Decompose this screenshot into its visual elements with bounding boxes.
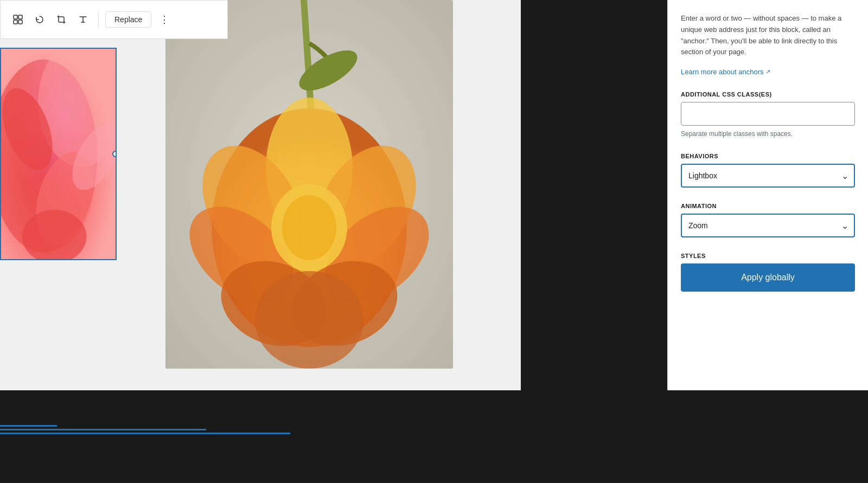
more-options-button[interactable]: ⋮ <box>156 11 173 28</box>
animation-select-wrapper: None Fade Slide Zoom ⌄ <box>681 214 855 237</box>
text-icon[interactable] <box>74 11 92 28</box>
small-image-container <box>0 48 117 260</box>
resize-handle[interactable] <box>112 151 117 157</box>
svg-point-23 <box>282 195 336 260</box>
editor-canvas <box>0 0 521 390</box>
css-helper-text: Separate multiple classes with spaces. <box>681 130 855 138</box>
replace-button[interactable]: Replace <box>105 11 151 28</box>
progress-line-2 <box>0 429 206 430</box>
animation-section-label: ANIMATION <box>681 203 855 209</box>
anchor-learn-more-link[interactable]: Learn more about anchors ↗ <box>681 68 770 76</box>
apply-globally-button[interactable]: Apply globally <box>681 263 855 292</box>
css-class-input[interactable] <box>681 102 855 126</box>
styles-section-label: STYLES <box>681 253 855 259</box>
grid-icon[interactable] <box>9 11 27 28</box>
small-image <box>1 49 116 259</box>
svg-rect-1 <box>18 15 22 19</box>
behaviors-select-wrapper: None Lightbox ⌄ <box>681 164 855 188</box>
anchor-description: Enter a word or two — without spaces — t… <box>681 13 855 58</box>
right-sidebar: Enter a word or two — without spaces — t… <box>667 0 868 390</box>
toolbar-divider <box>98 12 99 27</box>
large-image <box>165 0 453 369</box>
anchor-link-text: Learn more about anchors <box>681 68 763 76</box>
animation-select[interactable]: None Fade Slide Zoom <box>681 214 855 237</box>
crop-icon[interactable] <box>53 11 70 28</box>
svg-point-21 <box>255 271 363 369</box>
loop-icon[interactable] <box>31 11 48 28</box>
behaviors-section-label: BEHAVIORS <box>681 153 855 159</box>
progress-line-1 <box>0 425 57 427</box>
progress-line-3 <box>0 433 290 434</box>
image-toolbar: Replace ⋮ <box>0 0 228 39</box>
large-image-container <box>165 0 453 369</box>
css-section-label: ADDITIONAL CSS CLASS(ES) <box>681 91 855 98</box>
behaviors-select[interactable]: None Lightbox <box>681 164 855 188</box>
svg-rect-3 <box>18 20 22 24</box>
bottom-bar <box>0 390 868 483</box>
svg-rect-0 <box>14 15 17 19</box>
external-link-icon: ↗ <box>765 68 770 75</box>
svg-rect-2 <box>14 20 17 24</box>
